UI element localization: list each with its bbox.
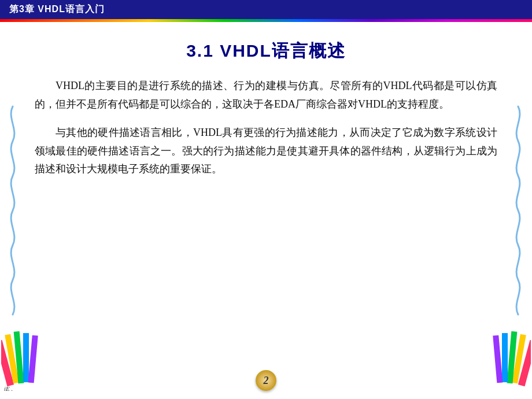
wave-decoration-right <box>510 68 527 353</box>
wave-decoration-left <box>5 68 22 353</box>
slide-container: 第3章 VHDL语言入门 3.1 VHDL语言概述 VHDL的主要目的是进行系统… <box>0 0 532 399</box>
paragraph-2: 与其他的硬件描述语言相比，VHDL具有更强的行为描述能力，从而决定了它成为数字系… <box>35 124 497 179</box>
svg-rect-4 <box>28 335 38 383</box>
header-bar: 第3章 VHDL语言入门 <box>0 0 532 19</box>
header-title: 第3章 VHDL语言入门 <box>9 4 105 14</box>
content-area: 3.1 VHDL语言概述 VHDL的主要目的是进行系统的描述、行为的建模与仿真。… <box>0 22 532 399</box>
svg-rect-9 <box>502 333 508 382</box>
deco-ribbon-left: iE . <box>1 328 45 394</box>
deco-ribbon-right <box>487 328 531 394</box>
page-number: 2 <box>256 370 276 391</box>
svg-rect-10 <box>493 335 503 383</box>
svg-rect-3 <box>23 333 29 382</box>
svg-text:iE .: iE . <box>4 385 13 392</box>
section-title: 3.1 VHDL语言概述 <box>35 39 497 63</box>
paragraph-1: VHDL的主要目的是进行系统的描述、行为的建模与仿真。尽管所有的VHDL代码都是… <box>35 77 497 113</box>
